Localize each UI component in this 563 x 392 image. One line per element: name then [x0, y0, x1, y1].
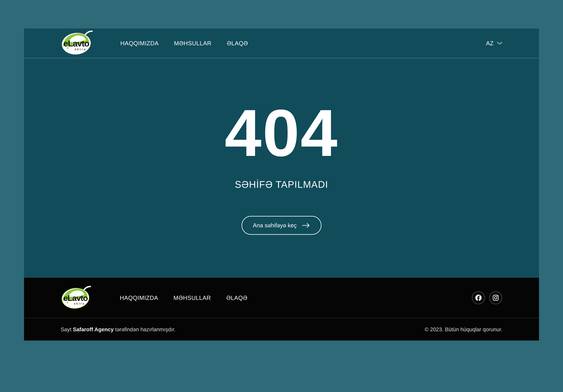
page-background: eLavto ektro HAQQIMIZDA MƏHSULLAR ƏLAQƏ … — [0, 0, 563, 369]
nav-item-mehsullar[interactable]: MƏHSULLAR — [174, 40, 211, 47]
nav-item-elaqe[interactable]: ƏLAQƏ — [227, 40, 248, 47]
facebook-button[interactable] — [472, 291, 485, 304]
footer-logo-sub-wordmark: ektro — [74, 302, 85, 305]
credit-suffix: tərəfindən hazırlanmışdır. — [114, 327, 176, 332]
error-code: 404 — [225, 101, 338, 165]
copyright-text: © 2023. Bütün hüquqlar qorunur. — [425, 326, 502, 333]
error-section: 404 SƏHİFƏ TAPILMADI Ana səhifəyə keç — [24, 58, 539, 278]
elavto-logo-icon: eLavto ektro — [61, 30, 93, 56]
footer-nav: HAQQIMIZDA MƏHSULLAR ƏLAQƏ — [120, 294, 247, 301]
facebook-icon — [474, 294, 483, 302]
footer-logo-wordmark: eLavto — [63, 293, 88, 302]
go-home-button-label: Ana səhifəyə keç — [253, 222, 297, 229]
social-links — [472, 291, 502, 304]
credit-text: Sayt Safaroff Agency tərəfindən hazırlan… — [61, 326, 176, 333]
footer-nav-item-mehsullar[interactable]: MƏHSULLAR — [174, 294, 211, 301]
language-selected-label: AZ — [486, 40, 494, 47]
credit-brand: Safaroff Agency — [73, 327, 114, 332]
instagram-icon — [492, 294, 500, 302]
footer-nav-item-haqqimizda[interactable]: HAQQIMIZDA — [120, 294, 158, 301]
instagram-button[interactable] — [489, 291, 502, 304]
header: eLavto ektro HAQQIMIZDA MƏHSULLAR ƏLAQƏ … — [24, 28, 539, 58]
arrow-right-icon — [302, 223, 310, 228]
logo-wordmark: eLavto — [64, 39, 89, 48]
header-nav: HAQQIMIZDA MƏHSULLAR ƏLAQƏ — [120, 40, 248, 47]
footer-main: eLavto ektro HAQQIMIZDA MƏHSULLAR ƏLAQƏ — [24, 278, 539, 318]
footer: eLavto ektro HAQQIMIZDA MƏHSULLAR ƏLAQƏ — [24, 278, 539, 340]
elavto-logo[interactable]: eLavto ektro — [61, 30, 93, 56]
language-selector[interactable]: AZ — [486, 40, 502, 47]
nav-item-haqqimizda[interactable]: HAQQIMIZDA — [120, 40, 159, 47]
footer-elavto-logo-icon: eLavto ektro — [61, 286, 92, 310]
logo-sub-wordmark: ektro — [75, 48, 87, 51]
chevron-down-icon — [497, 41, 502, 45]
go-home-button[interactable]: Ana səhifəyə keç — [242, 216, 321, 235]
credit-prefix: Sayt — [61, 327, 73, 332]
footer-elavto-logo[interactable]: eLavto ektro — [61, 286, 92, 310]
error-message: SƏHİFƏ TAPILMADI — [235, 179, 328, 190]
content-card: eLavto ektro HAQQIMIZDA MƏHSULLAR ƏLAQƏ … — [24, 28, 539, 341]
footer-bottom-bar: Sayt Safaroff Agency tərəfindən hazırlan… — [24, 318, 539, 340]
footer-nav-item-elaqe[interactable]: ƏLAQƏ — [226, 294, 247, 301]
